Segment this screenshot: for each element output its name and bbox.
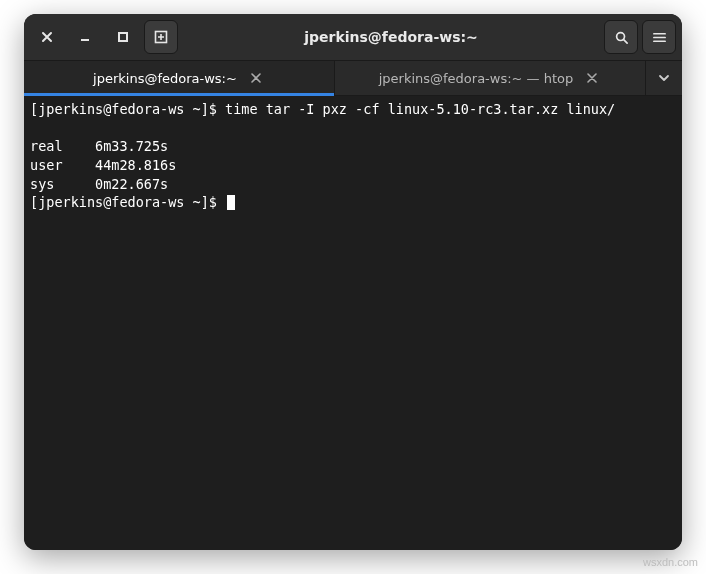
time-value: 44m28.816s	[95, 157, 176, 173]
titlebar-left	[30, 20, 178, 54]
prompt: [jperkins@fedora-ws ~]$	[30, 194, 225, 210]
titlebar: jperkins@fedora-ws:~	[24, 14, 682, 60]
tab-close-button[interactable]	[247, 69, 265, 87]
hamburger-icon	[652, 30, 667, 45]
titlebar-right	[604, 20, 676, 54]
prompt: [jperkins@fedora-ws ~]$	[30, 101, 225, 117]
close-icon	[587, 73, 597, 83]
close-icon	[41, 31, 53, 43]
maximize-icon	[117, 31, 129, 43]
minimize-icon	[79, 31, 91, 43]
command-text: time tar -I pxz -cf linux-5.10-rc3.tar.x…	[225, 101, 615, 117]
close-icon	[251, 73, 261, 83]
time-label: real	[30, 138, 63, 154]
close-button[interactable]	[30, 20, 64, 54]
svg-rect-1	[119, 33, 127, 41]
time-value: 0m22.667s	[95, 176, 168, 192]
time-label: user	[30, 157, 63, 173]
tabs-dropdown-button[interactable]	[646, 61, 682, 95]
minimize-button[interactable]	[68, 20, 102, 54]
tab-1[interactable]: jperkins@fedora-ws:~	[24, 61, 335, 95]
terminal-window: jperkins@fedora-ws:~ jperkins@fedora-ws:…	[24, 14, 682, 550]
tab-2[interactable]: jperkins@fedora-ws:~ — htop	[335, 61, 646, 95]
svg-rect-0	[81, 39, 89, 41]
new-tab-icon	[153, 29, 169, 45]
time-value: 6m33.725s	[95, 138, 168, 154]
terminal-viewport[interactable]: [jperkins@fedora-ws ~]$ time tar -I pxz …	[24, 96, 682, 550]
watermark: wsxdn.com	[643, 556, 698, 568]
tab-label: jperkins@fedora-ws:~ — htop	[379, 71, 574, 86]
tab-close-button[interactable]	[583, 69, 601, 87]
tab-label: jperkins@fedora-ws:~	[93, 71, 237, 86]
new-tab-button[interactable]	[144, 20, 178, 54]
search-icon	[614, 30, 629, 45]
text-cursor	[227, 195, 235, 210]
window-title: jperkins@fedora-ws:~	[182, 29, 600, 45]
search-button[interactable]	[604, 20, 638, 54]
maximize-button[interactable]	[106, 20, 140, 54]
time-label: sys	[30, 176, 54, 192]
menu-button[interactable]	[642, 20, 676, 54]
chevron-down-icon	[658, 72, 670, 84]
tabbar: jperkins@fedora-ws:~ jperkins@fedora-ws:…	[24, 60, 682, 96]
